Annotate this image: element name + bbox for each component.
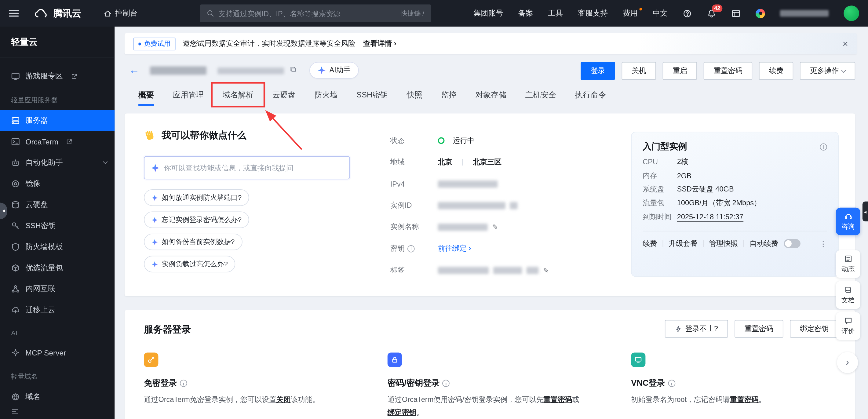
tab-cloud-disk[interactable]: 云硬盘 [263,83,305,106]
tab-firewall[interactable]: 防火墙 [305,83,347,106]
sidebar-item-mcp-server[interactable]: MCP Server [0,342,115,363]
close-feature-link[interactable]: 关闭 [276,395,291,404]
console-link[interactable]: 控制台 [103,8,137,18]
app-root: 腾讯云 控制台 快捷键 / 集团账号 备案 工具 客服支持 费用 中文 [0,0,868,419]
manage-snapshot-link[interactable]: 管理快照 [709,238,738,249]
bind-key-link[interactable]: 绑定密钥 [388,408,416,417]
reset-password-button[interactable]: 重置密码 [704,62,752,80]
menu-language[interactable]: 中文 [653,8,668,18]
menu-group-account[interactable]: 集团账号 [473,8,503,18]
chip-high-load[interactable]: 实例负载过高怎么办? [144,256,236,272]
menu-tools[interactable]: 工具 [548,8,563,18]
sidebar-collapse-bar[interactable] [0,404,115,419]
sidebar-item-ssh-key[interactable]: SSH密钥 [0,215,115,236]
edit-pencil-icon[interactable] [543,266,549,274]
info-icon[interactable] [820,143,827,151]
ai-assistant-button[interactable]: AI助手 [309,62,359,78]
desc-text: 。 [759,395,766,404]
tab-ssh-key[interactable]: SSH密钥 [347,83,397,106]
chip-forgot-password[interactable]: 忘记实例登录密码怎么办? [144,211,249,228]
sparkle-icon [152,239,158,245]
tab-monitoring[interactable]: 监控 [432,83,466,106]
info-row-tags: 标签 [390,265,549,275]
external-link-icon [65,138,74,145]
more-icon[interactable] [819,239,827,248]
sidebar-item-traffic-package[interactable]: 优选流量包 [0,257,115,279]
notification-bell-icon[interactable]: 42 [707,8,716,18]
assistant-input-box[interactable] [144,156,350,179]
sidebar-item-private-network[interactable]: 内网互联 [0,279,115,299]
tab-run-command[interactable]: 执行命令 [566,83,615,106]
tab-app-management[interactable]: 应用管理 [163,83,213,106]
help-icon[interactable] [683,8,692,18]
sidebar-group-lighthouse: 轻量应用服务器 [0,87,115,110]
sidebar-item-cloud-disk[interactable]: 云硬盘 [0,194,115,215]
tab-overview[interactable]: 概要 [129,83,163,106]
reset-password-link[interactable]: 重置密码 [730,395,759,404]
news-widget[interactable]: 动态 [836,250,860,278]
menu-billing[interactable]: 费用 [623,8,638,18]
upgrade-link[interactable]: 升级套餐 [669,238,698,249]
consult-widget[interactable]: 咨询 [836,208,860,235]
tab-host-security[interactable]: 主机安全 [516,83,566,106]
info-icon[interactable] [668,380,675,387]
shutdown-button[interactable]: 关机 [622,62,656,80]
renew-button[interactable]: 续费 [759,62,793,80]
autorenew-toggle[interactable] [784,239,801,248]
disk-icon [11,200,20,209]
sidebar-item-label: 游戏服专区 [25,71,63,82]
avatar[interactable] [843,5,859,21]
banner-detail-link[interactable]: 查看详情 [363,39,397,49]
book-icon [844,285,852,293]
cannot-login-button[interactable]: 登录不上? [664,320,728,338]
sidebar-item-automation[interactable]: 自动化助手 [0,152,115,173]
tab-domain-resolution[interactable]: 域名解析 [213,83,263,106]
global-search[interactable]: 快捷键 / [199,5,431,22]
chip-backup-data[interactable]: 如何备份当前实例数据? [144,234,243,250]
brand-logo[interactable]: 腾讯云 [34,7,82,20]
bind-key-link[interactable]: 前往绑定 [438,244,471,254]
reset-password-link[interactable]: 重置密码 [543,395,572,404]
back-arrow-icon[interactable] [129,64,139,76]
chip-label: 实例负载过高怎么办? [161,259,228,269]
sparkle-icon [152,261,158,267]
reset-password-button[interactable]: 重置密码 [735,320,783,338]
renew-link[interactable]: 续费 [643,238,657,249]
banner-close-icon[interactable] [843,39,848,49]
docs-widget[interactable]: 文档 [836,281,860,309]
pinwheel-icon[interactable] [755,8,765,18]
news-label: 动态 [841,264,855,273]
collapse-widgets-button[interactable] [837,352,858,373]
info-icon[interactable] [407,245,415,252]
sidebar-item-game-zone[interactable]: 游戏服专区 [0,66,115,87]
tab-snapshot[interactable]: 快照 [397,83,432,106]
search-input[interactable] [218,9,401,18]
method-name: VNC登录 [631,378,665,388]
assistant-input[interactable] [164,164,343,172]
docs-label: 文档 [841,295,855,305]
info-icon[interactable] [180,380,187,387]
sidebar-item-firewall-template[interactable]: 防火墙模板 [0,236,115,257]
menu-icp[interactable]: 备案 [518,8,533,18]
login-button[interactable]: 登录 [581,62,615,80]
chip-firewall-port[interactable]: 如何放通实例防火墙端口? [144,189,249,206]
autorenew-label: 自动续费 [749,238,778,249]
copy-icon[interactable] [289,66,297,73]
hamburger-menu-icon[interactable] [9,10,19,17]
tab-object-storage[interactable]: 对象存储 [466,83,516,106]
main-content: 免费试用 邀您试用数据安全审计，实时发现数据泄露等安全风险 查看详情 AI助手 … [115,27,868,419]
menu-support[interactable]: 客服支持 [578,8,608,18]
sidebar-item-images[interactable]: 镜像 [0,173,115,194]
bind-key-button[interactable]: 绑定密钥 [790,320,839,338]
restart-button[interactable]: 重启 [663,62,697,80]
sidebar-item-migration[interactable]: 迁移上云 [0,299,115,321]
feedback-widget[interactable]: 评价 [836,312,860,340]
more-actions-button[interactable]: 更多操作 [800,62,855,80]
sidebar-item-server[interactable]: 服务器 [0,110,115,131]
edit-pencil-icon[interactable] [492,223,498,231]
workspace-panel-icon[interactable] [731,8,741,18]
info-icon[interactable] [442,380,450,387]
ai-assistant-label: AI助手 [329,65,350,75]
right-panel-handle[interactable] [863,201,868,221]
sidebar-item-orcaterm[interactable]: OrcaTerm [0,131,115,152]
